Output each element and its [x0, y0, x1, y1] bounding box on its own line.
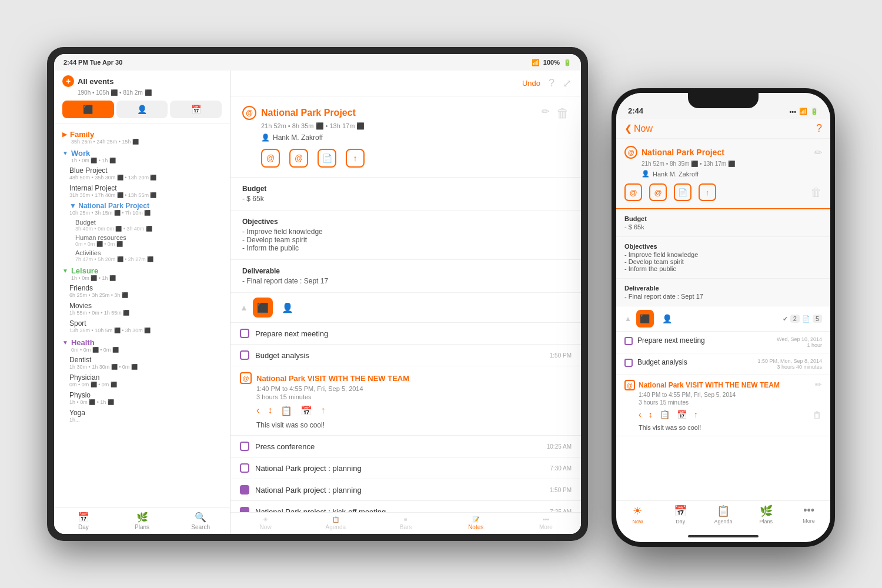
phone-action-notes[interactable]: 📄: [674, 183, 691, 201]
detail-action-tag[interactable]: @: [261, 149, 280, 168]
phone-visit-edit-icon[interactable]: ✏: [815, 380, 822, 389]
agenda-item-press[interactable]: Press conference 10:25 AM: [230, 436, 581, 457]
sidebar-tab-calendar[interactable]: ⬛: [62, 101, 114, 118]
category-work-header[interactable]: ▼ Work: [62, 149, 222, 158]
phone-person-icon: 👤: [642, 170, 650, 178]
phone-budget-label: Budget: [624, 215, 822, 222]
phone-visit-back-btn[interactable]: ‹: [639, 410, 642, 420]
category-health-header[interactable]: ▼ Health: [62, 338, 222, 347]
visit-action-move[interactable]: ↕: [268, 405, 272, 416]
project-dentist-label: Dentist: [69, 356, 222, 364]
footer-plans[interactable]: 🌿 Plans: [113, 512, 172, 530]
agenda-item-budget[interactable]: Budget analysis 1:50 PM: [230, 345, 581, 366]
subproject-activities[interactable]: Activities 7h 47m • 5h 20m ⬛ • 2h 27m ⬛: [54, 248, 230, 263]
subproject-budget[interactable]: Budget 3h 40m • 0m 0m ⬛ • 3h 40m ⬛: [54, 218, 230, 233]
agenda-item-planning2[interactable]: National Park project : planning 1:50 PM: [230, 479, 581, 501]
phone-agenda-tab-tasks[interactable]: ⬛: [636, 310, 654, 328]
task-checkbox-planning1[interactable]: [240, 463, 249, 473]
phone-visit-move-btn[interactable]: ↕: [649, 410, 653, 420]
phone-visit-share-btn[interactable]: ↑: [694, 410, 698, 420]
task-checkbox-prepare[interactable]: [240, 329, 249, 338]
phone-task-prepare[interactable]: Prepare next meeting Wed, Sep 10, 2014 1…: [616, 332, 830, 353]
phone-checkbox-prepare[interactable]: [624, 337, 633, 345]
project-physician[interactable]: Physician 0m • 0m ⬛ • 0m ⬛: [54, 372, 230, 389]
phone-nav-day[interactable]: 📅 Day: [659, 505, 702, 524]
project-movies[interactable]: Movies 1h 55m • 0m • 1h 55m ⬛: [54, 300, 230, 318]
tablet-nav-notes[interactable]: 📝 Notes: [441, 516, 511, 530]
category-family-header[interactable]: ▶ Family: [62, 130, 222, 139]
phone-agenda-label: Agenda: [714, 519, 732, 524]
tablet-nav-now[interactable]: ☀ Now: [230, 516, 300, 530]
agenda-collapse-btn[interactable]: ▲: [240, 303, 248, 312]
phone-visit-copy-btn[interactable]: 📋: [660, 410, 670, 420]
project-blue-project[interactable]: Blue Project 48h 50m • 35h 30m ⬛ • 13h 2…: [54, 165, 230, 182]
category-leisure: ▼ Leisure 1h • 0m ⬛ • 1h ⬛: [54, 263, 230, 282]
project-sport[interactable]: Sport 13h 35m • 10h 5m ⬛ • 3h 30m ⬛: [54, 318, 230, 335]
add-event-button[interactable]: +: [62, 75, 74, 87]
agenda-item-kickoff[interactable]: National Park project : kick-off meeting…: [230, 501, 581, 512]
project-yoga[interactable]: Yoga 1h...: [54, 407, 230, 425]
phone-visit-cal-btn[interactable]: 📅: [677, 410, 687, 420]
agenda-task-planning2-text: National Park project : planning: [255, 486, 544, 495]
phone-nav-more[interactable]: ••• More: [787, 505, 830, 524]
project-physio[interactable]: Physio 1h • 0m ⬛ • 1h ⬛: [54, 389, 230, 407]
tablet-nav-agenda[interactable]: 📋 Agenda: [300, 516, 370, 530]
detail-action-tag2[interactable]: @: [289, 149, 308, 168]
footer-search[interactable]: 🔍 Search: [171, 512, 230, 530]
visit-action-share[interactable]: ↑: [320, 405, 325, 416]
visit-action-copy[interactable]: 📋: [280, 405, 292, 416]
phone-action-tag2[interactable]: @: [649, 183, 667, 201]
back-button[interactable]: ❮ Now: [624, 123, 653, 134]
project-friends[interactable]: Friends 6h 25m • 3h 25m • 3h ⬛: [54, 282, 230, 300]
chevron-left-icon: ❮: [624, 123, 632, 134]
phone-project-name: National Park Project: [642, 148, 724, 157]
sidebar-tab-people[interactable]: 👤: [116, 101, 168, 118]
agenda-item-planning1[interactable]: National Park project : planning 7:30 AM: [230, 457, 581, 479]
task-checkbox-planning2[interactable]: [240, 485, 249, 495]
sidebar-tab-grid[interactable]: 📅: [170, 101, 222, 118]
help-button[interactable]: ?: [549, 77, 554, 89]
project-national-park[interactable]: ▼ National Park Project 10h 25m • 3h 15m…: [54, 200, 230, 218]
tablet-nav-bars[interactable]: ≡ Bars: [370, 516, 440, 530]
phone-delete-button[interactable]: 🗑: [810, 186, 822, 199]
delete-button[interactable]: 🗑: [556, 106, 569, 121]
phone-help-button[interactable]: ?: [816, 122, 822, 135]
phone-agenda-tab-people[interactable]: 👤: [659, 310, 676, 328]
detail-time-stats: 21h 52m • 8h 35m ⬛ • 13h 17m ⬛: [261, 122, 365, 130]
phone-action-tag1[interactable]: @: [624, 183, 642, 201]
expand-button[interactable]: ⤢: [563, 77, 572, 90]
search-icon: 🔍: [195, 512, 206, 523]
subproject-hr[interactable]: Human resources 0m • 0m ⬛ • 0m ⬛: [54, 233, 230, 248]
phone-edit-icon[interactable]: ✏: [814, 147, 822, 158]
project-dentist[interactable]: Dentist 1h 30m • 1h 30m ⬛ • 0m ⬛: [54, 354, 230, 372]
phone-collapse-icon[interactable]: ▲: [624, 315, 632, 323]
battery-indicator: 100%: [543, 59, 560, 66]
task-checkbox-press[interactable]: [240, 442, 249, 451]
phone-now-icon: ☀: [633, 505, 642, 517]
phone-visit-delete-btn[interactable]: 🗑: [813, 410, 822, 420]
phone-nav-plans[interactable]: 🌿 Plans: [744, 505, 787, 524]
phone-task-budget[interactable]: Budget analysis 1:50 PM, Mon, Sep 8, 201…: [616, 353, 830, 375]
phone-nav-now[interactable]: ☀ Now: [616, 505, 659, 524]
phone-time-stats: 21h 52m • 8h 35m ⬛ • 13h 17m ⬛: [642, 161, 822, 167]
agenda-item-prepare[interactable]: Prepare next meeting: [230, 323, 581, 345]
edit-icon[interactable]: ✏: [542, 106, 549, 117]
task-checkbox-kickoff[interactable]: [240, 507, 249, 512]
undo-button[interactable]: Undo: [522, 79, 540, 88]
category-leisure-header[interactable]: ▼ Leisure: [62, 266, 222, 275]
footer-day[interactable]: 📅 Day: [54, 512, 113, 530]
detail-action-share[interactable]: ↑: [346, 149, 365, 168]
detail-action-notes[interactable]: 📄: [318, 149, 336, 168]
project-internal[interactable]: Internal Project 31h 35m • 17h 40m ⬛ • 1…: [54, 182, 230, 200]
task-checkbox-budget[interactable]: [240, 350, 249, 360]
visit-action-back[interactable]: ‹: [256, 405, 259, 416]
category-health: ▼ Health 0m • 0m ⬛ • 0m ⬛: [54, 335, 230, 354]
phone-checkbox-budget[interactable]: [624, 359, 633, 367]
phone-detail-content: @ National Park Project ✏ 21h 52m • 8h 3…: [616, 139, 830, 500]
agenda-tab-people[interactable]: 👤: [278, 298, 298, 318]
tablet-nav-more[interactable]: ••• More: [511, 516, 581, 530]
agenda-tab-tasks[interactable]: ⬛: [253, 298, 273, 318]
phone-nav-agenda[interactable]: 📋 Agenda: [702, 505, 745, 524]
phone-action-share[interactable]: ↑: [699, 183, 716, 201]
visit-action-calendar[interactable]: 📅: [300, 405, 312, 416]
